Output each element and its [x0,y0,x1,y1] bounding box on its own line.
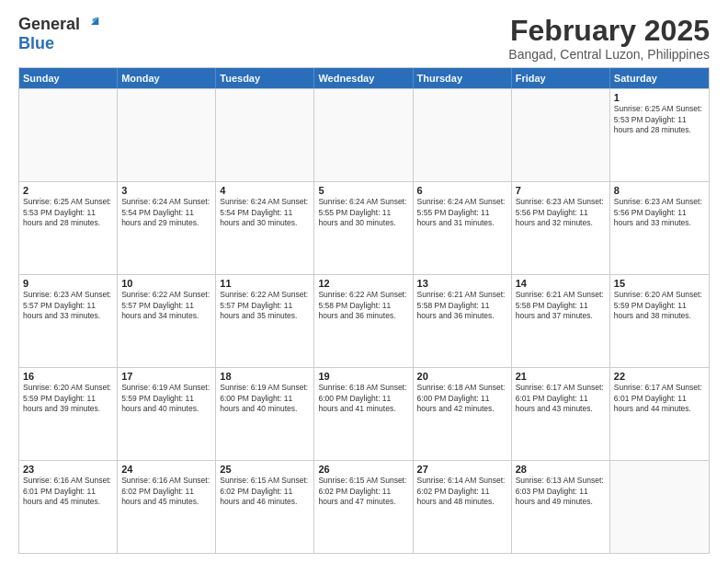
calendar-cell: 22Sunrise: 6:17 AM Sunset: 6:01 PM Dayli… [610,368,709,460]
day-number: 23 [23,464,113,475]
day-number: 20 [417,371,507,382]
calendar-header: SundayMondayTuesdayWednesdayThursdayFrid… [19,68,709,88]
calendar-cell: 13Sunrise: 6:21 AM Sunset: 5:58 PM Dayli… [414,275,512,367]
day-info: Sunrise: 6:19 AM Sunset: 5:59 PM Dayligh… [121,383,211,414]
day-number: 2 [23,185,113,196]
day-number: 6 [417,185,507,196]
header-day-tuesday: Tuesday [216,68,314,88]
day-info: Sunrise: 6:20 AM Sunset: 5:59 PM Dayligh… [23,383,113,414]
calendar-cell: 19Sunrise: 6:18 AM Sunset: 6:00 PM Dayli… [314,368,413,460]
calendar-cell: 3Sunrise: 6:24 AM Sunset: 5:54 PM Daylig… [118,182,216,274]
day-number: 4 [220,185,310,196]
day-number: 19 [318,371,408,382]
day-info: Sunrise: 6:15 AM Sunset: 6:02 PM Dayligh… [220,476,310,507]
calendar-row-5: 23Sunrise: 6:16 AM Sunset: 6:01 PM Dayli… [19,460,709,553]
calendar-cell: 14Sunrise: 6:21 AM Sunset: 5:58 PM Dayli… [512,275,610,367]
calendar-cell: 18Sunrise: 6:19 AM Sunset: 6:00 PM Dayli… [216,368,314,460]
header-day-thursday: Thursday [414,68,512,88]
calendar-cell: 7Sunrise: 6:23 AM Sunset: 5:56 PM Daylig… [512,182,610,274]
calendar-cell: 4Sunrise: 6:24 AM Sunset: 5:54 PM Daylig… [216,182,314,274]
calendar-row-4: 16Sunrise: 6:20 AM Sunset: 5:59 PM Dayli… [19,367,709,460]
day-info: Sunrise: 6:19 AM Sunset: 6:00 PM Dayligh… [220,383,310,414]
header: General Blue February 2025 Bangad, Centr… [18,15,710,62]
day-info: Sunrise: 6:14 AM Sunset: 6:02 PM Dayligh… [417,476,507,507]
day-info: Sunrise: 6:17 AM Sunset: 6:01 PM Dayligh… [516,383,606,414]
logo-blue-text: Blue [18,34,54,53]
calendar-cell [512,89,610,181]
day-info: Sunrise: 6:22 AM Sunset: 5:57 PM Dayligh… [121,290,211,321]
day-info: Sunrise: 6:18 AM Sunset: 6:00 PM Dayligh… [318,383,408,414]
main-title: February 2025 [508,15,710,47]
day-number: 9 [23,278,113,289]
calendar-cell: 5Sunrise: 6:24 AM Sunset: 5:55 PM Daylig… [314,182,413,274]
calendar-cell: 28Sunrise: 6:13 AM Sunset: 6:03 PM Dayli… [512,461,610,553]
calendar-cell: 16Sunrise: 6:20 AM Sunset: 5:59 PM Dayli… [19,368,118,460]
day-info: Sunrise: 6:21 AM Sunset: 5:58 PM Dayligh… [417,290,507,321]
calendar-cell: 25Sunrise: 6:15 AM Sunset: 6:02 PM Dayli… [216,461,314,553]
calendar-body: 1Sunrise: 6:25 AM Sunset: 5:53 PM Daylig… [19,88,709,553]
page: General Blue February 2025 Bangad, Centr… [0,0,728,563]
day-info: Sunrise: 6:20 AM Sunset: 5:59 PM Dayligh… [614,290,705,321]
day-info: Sunrise: 6:15 AM Sunset: 6:02 PM Dayligh… [318,476,408,507]
calendar-cell: 15Sunrise: 6:20 AM Sunset: 5:59 PM Dayli… [610,275,709,367]
logo-general-text: General [18,15,80,34]
calendar-cell: 24Sunrise: 6:16 AM Sunset: 6:02 PM Dayli… [118,461,216,553]
day-info: Sunrise: 6:16 AM Sunset: 6:01 PM Dayligh… [23,476,113,507]
calendar-cell: 20Sunrise: 6:18 AM Sunset: 6:00 PM Dayli… [414,368,512,460]
logo: General Blue [18,15,100,53]
logo-bird-icon [82,16,100,34]
day-number: 11 [220,278,310,289]
day-number: 10 [121,278,211,289]
day-info: Sunrise: 6:23 AM Sunset: 5:56 PM Dayligh… [614,197,705,228]
calendar-row-1: 1Sunrise: 6:25 AM Sunset: 5:53 PM Daylig… [19,88,709,181]
header-day-saturday: Saturday [610,68,709,88]
day-info: Sunrise: 6:17 AM Sunset: 6:01 PM Dayligh… [614,383,705,414]
calendar: SundayMondayTuesdayWednesdayThursdayFrid… [18,67,710,554]
day-number: 5 [318,185,408,196]
calendar-cell [118,89,216,181]
day-number: 12 [318,278,408,289]
calendar-cell [19,89,118,181]
header-day-monday: Monday [118,68,216,88]
day-info: Sunrise: 6:23 AM Sunset: 5:57 PM Dayligh… [23,290,113,321]
day-number: 24 [121,464,211,475]
header-day-wednesday: Wednesday [314,68,413,88]
day-info: Sunrise: 6:16 AM Sunset: 6:02 PM Dayligh… [121,476,211,507]
day-number: 25 [220,464,310,475]
day-info: Sunrise: 6:13 AM Sunset: 6:03 PM Dayligh… [516,476,606,507]
day-number: 22 [614,371,705,382]
calendar-row-3: 9Sunrise: 6:23 AM Sunset: 5:57 PM Daylig… [19,274,709,367]
calendar-cell: 9Sunrise: 6:23 AM Sunset: 5:57 PM Daylig… [19,275,118,367]
day-info: Sunrise: 6:23 AM Sunset: 5:56 PM Dayligh… [516,197,606,228]
title-block: February 2025 Bangad, Central Luzon, Phi… [508,15,710,62]
day-number: 17 [121,371,211,382]
calendar-cell: 1Sunrise: 6:25 AM Sunset: 5:53 PM Daylig… [610,89,709,181]
calendar-cell: 11Sunrise: 6:22 AM Sunset: 5:57 PM Dayli… [216,275,314,367]
day-number: 1 [614,92,705,103]
day-info: Sunrise: 6:22 AM Sunset: 5:58 PM Dayligh… [318,290,408,321]
calendar-cell: 21Sunrise: 6:17 AM Sunset: 6:01 PM Dayli… [512,368,610,460]
calendar-cell: 6Sunrise: 6:24 AM Sunset: 5:55 PM Daylig… [414,182,512,274]
day-number: 16 [23,371,113,382]
day-number: 28 [516,464,606,475]
day-number: 15 [614,278,705,289]
calendar-cell [216,89,314,181]
day-number: 14 [516,278,606,289]
header-day-friday: Friday [512,68,610,88]
day-info: Sunrise: 6:25 AM Sunset: 5:53 PM Dayligh… [23,197,113,228]
calendar-cell: 27Sunrise: 6:14 AM Sunset: 6:02 PM Dayli… [414,461,512,553]
day-info: Sunrise: 6:24 AM Sunset: 5:55 PM Dayligh… [318,197,408,228]
day-info: Sunrise: 6:24 AM Sunset: 5:54 PM Dayligh… [121,197,211,228]
calendar-cell: 2Sunrise: 6:25 AM Sunset: 5:53 PM Daylig… [19,182,118,274]
calendar-cell: 26Sunrise: 6:15 AM Sunset: 6:02 PM Dayli… [314,461,413,553]
day-number: 26 [318,464,408,475]
day-info: Sunrise: 6:18 AM Sunset: 6:00 PM Dayligh… [417,383,507,414]
calendar-cell: 10Sunrise: 6:22 AM Sunset: 5:57 PM Dayli… [118,275,216,367]
calendar-cell [414,89,512,181]
calendar-cell: 8Sunrise: 6:23 AM Sunset: 5:56 PM Daylig… [610,182,709,274]
day-number: 21 [516,371,606,382]
day-number: 7 [516,185,606,196]
calendar-cell [610,461,709,553]
day-info: Sunrise: 6:22 AM Sunset: 5:57 PM Dayligh… [220,290,310,321]
day-info: Sunrise: 6:21 AM Sunset: 5:58 PM Dayligh… [516,290,606,321]
